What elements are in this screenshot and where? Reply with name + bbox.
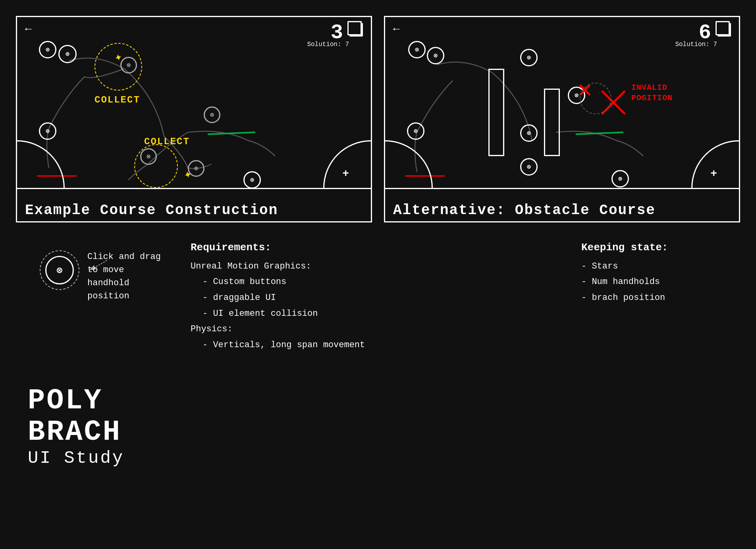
plus-button-right[interactable]: + <box>710 168 717 180</box>
state-item-1: - Stars <box>581 259 732 274</box>
draggable-illustration: ⊗ Click and drag to move handhold positi… <box>24 250 175 322</box>
bottom-right: Keeping state: - Stars - Num handholds -… <box>581 238 732 306</box>
back-arrow-left[interactable]: ← <box>25 23 32 35</box>
right-panel-label: Alternative: Obstacle Course <box>385 188 739 222</box>
physics-header: Physics: <box>191 321 565 337</box>
xo-node-2[interactable]: ⊗ <box>120 57 137 73</box>
xo-right-5[interactable]: ⊗ <box>520 158 538 176</box>
xo-node-7[interactable]: ⊗ <box>188 160 204 177</box>
court-corner-tl-right <box>385 140 433 188</box>
solution-label-left: Solution: 7 <box>307 41 349 48</box>
collect-text-2: COLLECT <box>144 136 190 147</box>
left-panel-title: Example Course Construction <box>25 202 278 218</box>
xo-right-2[interactable]: ⊗ <box>520 49 538 66</box>
right-panel-title: Alternative: Obstacle Course <box>393 202 656 218</box>
umg-header: Unreal Motion Graphics: <box>191 259 565 274</box>
keeping-state-notes: Keeping state: - Stars - Num handholds -… <box>581 238 732 306</box>
left-panel-canvas: ← 3 Solution: 7 COLLECT COLLECT ✦ ✦ ⊗ ⊗ … <box>17 17 371 188</box>
svg-line-0 <box>208 132 255 134</box>
physics-item-1: - Verticals, long span movement <box>191 337 565 353</box>
dashed-circle-2-left <box>134 144 178 188</box>
back-arrow-right[interactable]: ← <box>393 23 400 35</box>
xo-node-3[interactable]: ⊗ <box>39 41 56 58</box>
svg-line-2 <box>576 132 623 134</box>
project-name: Poly Brach <box>28 385 175 448</box>
invalid-position-text: INVALIDPOSITION <box>631 83 673 103</box>
bottom-section: ⊗ Click and drag to move handhold positi… <box>0 222 756 549</box>
requirements-notes: Requirements: Unreal Motion Graphics: - … <box>191 238 565 353</box>
bottom-left: ⊗ Click and drag to move handhold positi… <box>24 238 175 468</box>
xo-right-8[interactable]: ⊗ <box>611 170 629 188</box>
umg-item-1: - Custom buttons <box>191 274 565 290</box>
xo-node-6[interactable]: ⊗ <box>140 148 157 165</box>
court-corner-tl-left <box>17 140 65 188</box>
drag-label: Click and drag to move handhold position <box>87 250 175 303</box>
bottom-middle: Requirements: Unreal Motion Graphics: - … <box>175 238 581 353</box>
xo-right-1[interactable]: ⊗ <box>427 47 444 64</box>
right-panel-canvas: ← 6 Solution: 7 ⊗ ⊗ ⊗ ⊗ ⊗ ⊗ ⊗ ⊗ ✕ <box>385 17 739 188</box>
solution-label-right: Solution: 7 <box>675 41 717 48</box>
umg-item-2: - draggable UI <box>191 290 565 306</box>
xo-right-7[interactable]: ⊗ <box>407 122 424 140</box>
xo-right-6[interactable]: ⊗ <box>408 41 426 58</box>
xo-node-1[interactable]: ⊗ <box>58 45 77 63</box>
court-corner-tr-right <box>691 140 739 188</box>
umg-item-3: - UI element collision <box>191 306 565 322</box>
copy-icon-right[interactable] <box>717 23 731 37</box>
project-subtitle: UI Study <box>28 448 175 468</box>
xo-node-4[interactable]: ⊗ <box>39 122 56 140</box>
draggable-node[interactable]: ⊗ <box>40 250 79 290</box>
copy-icon-left[interactable] <box>349 23 363 37</box>
requirements-header: Requirements: <box>191 238 565 257</box>
invalid-dashed-circle <box>580 83 611 114</box>
inner-xo-circle: ⊗ <box>45 256 74 284</box>
project-title: Poly Brach UI Study <box>24 385 175 468</box>
xo-right-4[interactable]: ⊗ <box>520 124 538 142</box>
left-panel-label: Example Course Construction <box>17 188 371 222</box>
court-corner-tr-left <box>323 140 371 188</box>
keeping-state-header: Keeping state: <box>581 238 732 257</box>
xo-node-5[interactable]: ⊗ <box>204 106 220 123</box>
obstacle-rect-1 <box>488 69 504 156</box>
obstacle-rect-2 <box>544 89 560 156</box>
state-item-3: - brach position <box>581 290 732 306</box>
xo-node-8[interactable]: ⊗ <box>243 171 261 189</box>
right-panel: ← 6 Solution: 7 ⊗ ⊗ ⊗ ⊗ ⊗ ⊗ ⊗ ⊗ ✕ <box>384 16 740 222</box>
left-panel: ← 3 Solution: 7 COLLECT COLLECT ✦ ✦ ⊗ ⊗ … <box>16 16 372 222</box>
collect-text-1: COLLECT <box>94 95 140 105</box>
state-item-2: - Num handholds <box>581 274 732 290</box>
panels-row: ← 3 Solution: 7 COLLECT COLLECT ✦ ✦ ⊗ ⊗ … <box>0 0 756 222</box>
plus-button-left[interactable]: + <box>342 168 349 180</box>
